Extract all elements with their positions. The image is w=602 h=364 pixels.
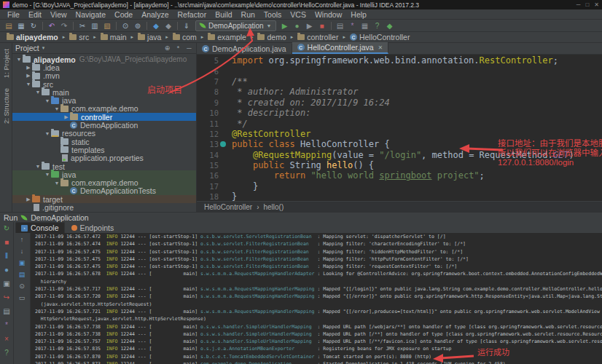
breadcrumb-item-com[interactable]: com <box>171 33 199 41</box>
menu-item-edit[interactable]: Edit <box>25 10 45 19</box>
debug-icon[interactable]: ● <box>292 20 303 31</box>
hide-panel-icon[interactable]: ─ <box>185 44 193 52</box>
chevron-down-icon[interactable]: ▼ <box>15 57 23 62</box>
tree-item-main[interactable]: ▼main <box>12 88 196 96</box>
tab-DemoApplication.java[interactable]: CDemoApplication.java <box>197 44 292 54</box>
breadcrumb-item-demo[interactable]: demo <box>255 33 288 41</box>
close-button[interactable]: ✕ <box>594 1 599 8</box>
up-stack-icon[interactable]: ↑ <box>17 235 26 244</box>
menu-item-refactor[interactable]: Refactor <box>174 10 211 19</box>
forward-icon[interactable]: ◆ <box>163 20 174 31</box>
chevron-right-icon[interactable]: ▶ <box>25 197 32 202</box>
chevron-down-icon[interactable]: ▼ <box>34 164 42 169</box>
find-icon[interactable]: ⊙ <box>120 20 131 31</box>
compile-icon[interactable]: ⇓ <box>181 20 192 31</box>
breadcrumb-item-example[interactable]: example <box>206 33 249 41</box>
chevron-right-icon[interactable]: ▶ <box>25 65 32 71</box>
menu-item-help[interactable]: Help <box>347 10 370 19</box>
tree-item-test[interactable]: ▼test <box>12 162 196 170</box>
menu-item-file[interactable]: File <box>4 10 23 19</box>
cut-icon[interactable]: ✂ <box>77 20 88 31</box>
menu-item-analyze[interactable]: Analyze <box>138 10 172 19</box>
minimize-button[interactable]: ─ <box>576 1 581 8</box>
menu-item-window[interactable]: Window <box>311 10 345 19</box>
tree-item-.mvn[interactable]: ▶.mvn <box>12 72 196 80</box>
settings-gear-icon[interactable]: * <box>174 44 182 52</box>
run-config-dropdown[interactable]: DemoApplication▼ <box>195 20 276 31</box>
maximize-button[interactable]: □ <box>585 1 589 8</box>
pin-icon[interactable]: ⊙ <box>17 282 26 290</box>
down-stack-icon[interactable]: ↓ <box>17 247 26 256</box>
editor-breadcrumb-item[interactable]: hello() <box>263 203 284 211</box>
open-icon[interactable]: ▤ <box>3 20 15 31</box>
run-tab-endpoints[interactable]: Endpoints <box>66 223 120 233</box>
sidebar-item-project[interactable]: 1: Project <box>2 49 10 78</box>
breadcrumb-item-HelloController[interactable]: CHelloController <box>348 33 412 41</box>
scroll-end-icon[interactable]: ▤ <box>17 270 26 279</box>
help-icon[interactable]: ? <box>2 348 12 357</box>
run-tab-console[interactable]: ›Console <box>15 222 65 233</box>
tree-item-static[interactable]: static <box>12 138 196 146</box>
tree-item-com.example.demo[interactable]: ▼com.example.demo <box>12 105 196 113</box>
close-icon[interactable]: ✕ <box>378 44 383 51</box>
tree-item-java[interactable]: ▼java <box>12 96 196 104</box>
chevron-down-icon[interactable]: ▼ <box>53 106 60 111</box>
tree-item-DemoApplication[interactable]: CDemoApplication <box>12 121 196 129</box>
tree-item-java[interactable]: ▼java <box>12 170 196 178</box>
redo-icon[interactable]: ↷ <box>58 20 70 31</box>
stop-icon[interactable]: ■ <box>316 20 328 31</box>
clear-icon[interactable]: ▭ <box>17 293 26 302</box>
help-icon[interactable]: ? <box>372 20 383 31</box>
paste-icon[interactable]: ▧ <box>101 20 113 31</box>
stop-icon[interactable]: ■ <box>2 237 12 247</box>
chevron-right-icon[interactable]: ▶ <box>25 73 32 79</box>
restore-layout-icon[interactable]: ▤ <box>2 306 12 316</box>
chevron-down-icon[interactable]: ▼ <box>44 131 51 136</box>
tab-HelloController.java[interactable]: CHelloController.java✕ <box>292 42 389 54</box>
settings-icon[interactable]: * <box>2 320 12 330</box>
breadcrumb-item-alipaydemo[interactable]: alipaydemo <box>4 33 60 41</box>
layout-icon[interactable]: ▦ <box>359 20 371 31</box>
tree-item-alipaydemo[interactable]: ▼alipaydemoG:\Boy\JAVA_Project\alipaydem… <box>12 55 196 63</box>
tree-item-controller[interactable]: ▶controller <box>12 113 196 121</box>
chevron-down-icon[interactable]: ▼ <box>44 98 51 103</box>
tree-item-target[interactable]: ▶target <box>12 195 196 203</box>
editor-breadcrumb-item[interactable]: HelloController <box>204 203 252 211</box>
run-icon[interactable]: ▶ <box>279 20 291 31</box>
menu-item-view[interactable]: View <box>47 10 71 19</box>
collapse-all-icon[interactable]: ⊕ <box>163 44 171 52</box>
replace-icon[interactable]: ⊚ <box>132 20 144 31</box>
code-editor[interactable]: 5import org.springframework.web.bind.ann… <box>197 55 602 201</box>
coverage-icon[interactable]: ▶ <box>304 20 316 31</box>
breadcrumb-item-java[interactable]: java <box>136 33 163 41</box>
back-icon[interactable]: ◆ <box>150 20 162 31</box>
plugin-icon[interactable]: ◆ <box>384 20 396 31</box>
menu-item-navigate[interactable]: Navigate <box>72 10 109 19</box>
breadcrumb-item-src[interactable]: src <box>67 33 91 41</box>
menu-item-run[interactable]: Run <box>238 10 259 19</box>
sidebar-item-structure[interactable]: 2: Structure <box>2 88 10 124</box>
breadcrumb-item-main[interactable]: main <box>98 33 129 41</box>
structure-icon[interactable]: ▤ <box>335 20 346 31</box>
menu-item-vcs[interactable]: VCS <box>286 10 310 19</box>
tree-item-com.example.demo[interactable]: ▼com.example.demo <box>12 178 196 186</box>
tree-item-resources[interactable]: ▼resources <box>12 130 196 138</box>
sync-icon[interactable]: ↻ <box>28 20 39 31</box>
rerun-icon[interactable]: ↻ <box>2 223 12 233</box>
pause-icon[interactable]: ‖ <box>2 251 12 261</box>
menu-item-tools[interactable]: Tools <box>260 10 286 19</box>
chevron-down-icon[interactable]: ▼ <box>34 90 42 95</box>
exit-icon[interactable]: ↪ <box>2 293 12 302</box>
dump-icon[interactable]: ▣ <box>2 279 12 288</box>
menu-item-code[interactable]: Code <box>111 10 136 19</box>
tree-item-src[interactable]: ▼src <box>12 80 196 88</box>
chevron-down-icon[interactable]: ▼ <box>25 82 32 87</box>
chevron-down-icon[interactable]: ▼ <box>44 172 51 177</box>
close-icon[interactable]: × <box>2 334 12 344</box>
copy-icon[interactable]: ▥ <box>89 20 101 31</box>
tree-item-.gitignore[interactable]: .gitignore <box>12 203 196 211</box>
console-output[interactable]: 2017-11-09 16:26:57.472 INFO 12244 --- [… <box>31 233 602 364</box>
breadcrumb-item-controller[interactable]: controller <box>295 33 340 41</box>
chevron-down-icon[interactable]: ▼ <box>53 181 60 186</box>
tree-item-application.properties[interactable]: application.properties <box>12 154 196 162</box>
